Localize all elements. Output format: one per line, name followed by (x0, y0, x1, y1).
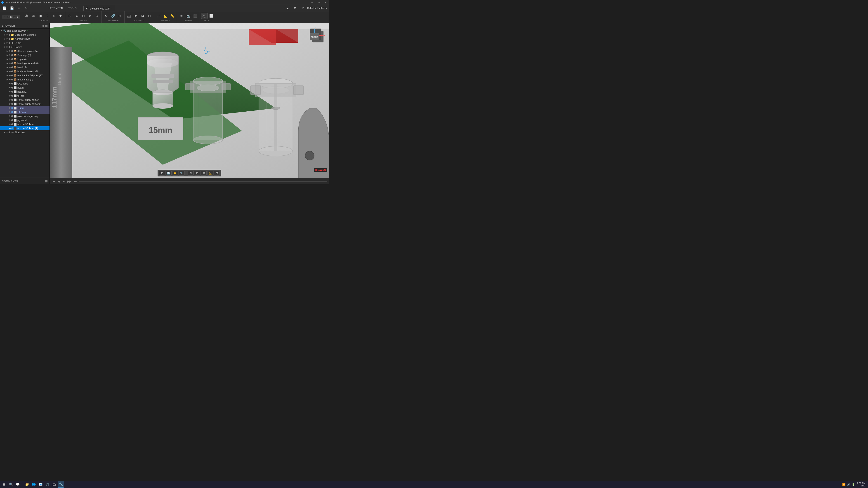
inspect-group: 📐 📏 INSPECT (154, 11, 177, 23)
create-label: CREATE (39, 20, 48, 22)
new-button[interactable]: 📄 (1, 5, 8, 11)
timeline-play-button[interactable]: ▶ (62, 180, 66, 184)
titlebar: 🔷 Autodesk Fusion 360 (Personal - Not fo… (0, 0, 329, 5)
tree-item-aluminu[interactable]: ▶ 👁 📦 Aluminu profile (5) (0, 49, 50, 53)
tree-item-nozzle-1[interactable]: ▶ 👁 ⬛ nozzle 38.1mm (1) (0, 126, 50, 130)
insert-label: INSERT (185, 20, 192, 22)
assemble-label: ASSEMBLE (107, 20, 119, 22)
tree-item-power-holder[interactable]: ▶ 👁 ⬜ Power suply holder (0, 98, 50, 102)
offset-plane-button[interactable] (126, 13, 132, 19)
tree-item-head[interactable]: ▶ 👁 📦 head (5) (0, 65, 50, 69)
svg-rect-41 (293, 86, 304, 95)
timeline-start-button[interactable]: ⏮ (52, 180, 56, 184)
axis-button[interactable]: ◩ (133, 13, 139, 19)
sphere-button[interactable]: ○ (51, 13, 57, 19)
timeline-end-button[interactable]: ⏭ (73, 180, 78, 184)
bodies-icon: ⬡ (11, 45, 14, 48)
vc-snap-button[interactable]: ⊠ (201, 170, 207, 175)
vc-select-button[interactable]: ⊡ (159, 170, 165, 175)
vc-pan-button[interactable]: ✋ (172, 170, 178, 175)
tree-item-body-boards[interactable]: ▶ 👁 📦 body for boards (5) (0, 69, 50, 73)
inspect-buttons-row: 📐 📏 (156, 13, 176, 19)
insert-derive-button[interactable]: ⊕ (178, 13, 185, 19)
tree-item-plate-engraving[interactable]: ▶ 👁 ⬜ plate for engraving (0, 114, 50, 118)
select-button[interactable] (201, 13, 208, 19)
maximize-button[interactable]: □ (315, 0, 322, 5)
cylinder-button[interactable]: ⬡ (44, 13, 50, 19)
vc-measure-button[interactable]: 📐 (207, 170, 213, 175)
tree-item-mechanics[interactable]: ▶ 👁 📦 mechanics (4) (0, 77, 50, 82)
viewport[interactable]: 117mm 15mm (50, 23, 329, 184)
revolve-button[interactable] (30, 13, 37, 19)
browser-settings-button[interactable]: ⊞ (45, 24, 48, 28)
vc-extra-button[interactable]: ⊡ (214, 170, 220, 175)
tree-item-bearings-rod[interactable]: ▶ 👁 📦 bearings for rod (8) (0, 61, 50, 65)
shell-button[interactable]: ⊘ (87, 13, 93, 19)
assemble-more-button[interactable]: ⊞ (117, 13, 123, 19)
redo-button[interactable]: ↪ (23, 5, 29, 11)
save-button[interactable]: 💾 (8, 5, 15, 11)
tree-item-plywood[interactable]: ▶ 👁 ⬜ plywood (0, 118, 50, 122)
vc-zoom-button[interactable]: 🔍 (179, 170, 185, 175)
menu-tools[interactable]: TOOLS (66, 5, 79, 11)
tree-item-sketches[interactable]: ▶ 👁 ✏ Sketches (0, 130, 50, 134)
tree-item-bearings[interactable]: ▶ 👁 📦 Bearings (3) (0, 53, 50, 57)
document-tab[interactable]: ⚙ cnc laser co2 v24* × (84, 6, 115, 11)
settings-button[interactable]: ⚙ (292, 5, 298, 11)
press-pull-button[interactable]: ⬡ (67, 13, 73, 19)
curvature-button[interactable]: 📏 (169, 13, 176, 19)
box-button[interactable]: ▣ (37, 13, 43, 19)
undo-button[interactable]: ↩ (16, 5, 22, 11)
vc-orbit-button[interactable]: 🔄 (166, 170, 172, 175)
joint-button[interactable]: 🔗 (110, 13, 116, 19)
tree-item-power-holder-1[interactable]: ▶ 👁 ⬜ Power suply holder (1) (0, 102, 50, 106)
tree-item-origin[interactable]: ▶ 👁 ⊕ Origin (0, 41, 50, 45)
minimize-button[interactable]: ─ (309, 0, 315, 5)
extrude-button[interactable] (24, 13, 30, 19)
create-more-button[interactable]: ✚ (57, 13, 64, 19)
select-more-button[interactable]: ⬜ (208, 13, 214, 19)
tree-item-beam[interactable]: ▶ 👁 ⬜ beam (0, 86, 50, 90)
point-button[interactable]: ◪ (140, 13, 146, 19)
tree-item-117mm[interactable]: ▶ 👁 ⬜ 117mm (0, 110, 50, 114)
combine-button[interactable]: ⊕ (94, 13, 100, 19)
browser-collapse-button[interactable]: ◀ (41, 24, 44, 28)
tab-close-button[interactable]: × (112, 7, 113, 10)
vc-display-button[interactable]: ⊞ (188, 170, 193, 175)
tree-item-15mm[interactable]: ▶ 👁 ⬜ 15mm (0, 106, 50, 110)
tree-item-mechanics-3d[interactable]: ▶ 👁 📦 mechanics 3d print (17) (0, 73, 50, 77)
sketches-icon: ✏ (11, 131, 14, 134)
tree-item-document-settings[interactable]: ▶ 👁 📁 Document Settings (0, 33, 50, 37)
tree-item-legs[interactable]: ▶ 👁 📦 Legs (4) (0, 57, 50, 61)
close-button[interactable]: ✕ (322, 0, 329, 5)
tree-item-nozzle[interactable]: ▶ 👁 ⬜ nozzle 38.1mm (0, 122, 50, 126)
timeline-next-button[interactable]: ▶▶ (66, 180, 72, 184)
measure-button[interactable] (156, 13, 162, 19)
insert-dxf-button[interactable]: ⬛ (192, 13, 198, 19)
tree-item-bodies[interactable]: ▼ 👁 ⬡ Bodies (0, 45, 50, 49)
svg-rect-4 (127, 15, 131, 16)
tree-item-named-views[interactable]: ▶ 👁 📁 Named Views (0, 37, 50, 41)
tree-item-root[interactable]: ▼ 🔧 cnc laser co2 v24 ● (0, 29, 50, 33)
vc-grid-button[interactable]: ⊟ (194, 170, 200, 175)
fillet-button[interactable]: ◈ (73, 13, 80, 19)
design-icon: ✦ (4, 15, 6, 19)
tree-item-tor-fan[interactable]: ▶ 👁 ⬜ tor fan (0, 94, 50, 98)
insert-svg-button[interactable]: 📷 (185, 13, 191, 19)
timeline-track[interactable] (79, 181, 327, 182)
chamfer-button[interactable]: ⊟ (80, 13, 87, 19)
viewport-gizmo[interactable]: FRONT Z X (308, 26, 326, 44)
cloud-save-button[interactable]: ☁ (284, 5, 290, 11)
timeline-prev-button[interactable]: ◀ (57, 180, 61, 184)
new-component-button[interactable]: ⚙ (103, 13, 110, 19)
help-button[interactable]: ? (300, 5, 306, 11)
body-dot (8, 34, 10, 36)
comments-expand-button[interactable]: ⊞ (45, 180, 48, 183)
interference-button[interactable]: 📐 (162, 13, 168, 19)
tree-item-beam-1[interactable]: ▶ 👁 ⬜ beam (1) (0, 90, 50, 94)
construct-more-button[interactable]: ⊡ (146, 13, 153, 19)
design-mode-button[interactable]: ✦ DESIGN ▾ (2, 15, 20, 19)
folder-icon: 📁 (11, 33, 14, 36)
tree-item-co2-tube[interactable]: ▶ 👁 ⬜ CO2 tube (0, 82, 50, 86)
svg-rect-3 (127, 16, 131, 18)
